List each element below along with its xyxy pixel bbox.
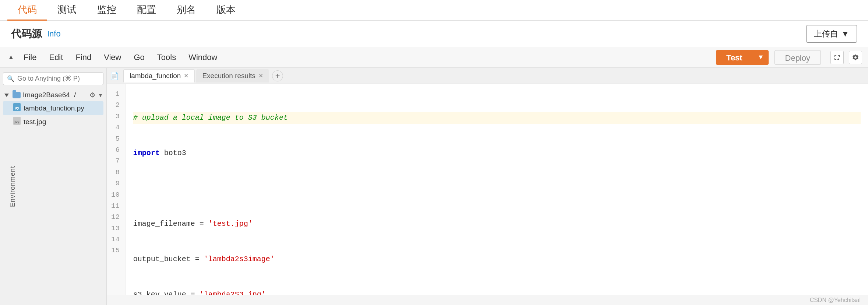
tab-monitor[interactable]: 监控 <box>87 0 127 21</box>
code-line-3 <box>133 183 861 194</box>
tab-alias[interactable]: 别名 <box>166 0 206 21</box>
code-line-4: image_filename = 'test.jpg' <box>133 218 861 230</box>
search-input[interactable] <box>17 75 99 83</box>
file-tree: Image2Base64 / ⚙ ▾ py lambda_function.py <box>3 89 103 129</box>
menu-tools[interactable]: Tools <box>152 50 181 64</box>
info-badge[interactable]: Info <box>47 29 61 39</box>
test-button[interactable]: Test <box>716 50 753 65</box>
tab-code[interactable]: 代码 <box>7 0 47 21</box>
tab-test[interactable]: 测试 <box>47 0 87 21</box>
py-file-icon: py <box>13 103 21 113</box>
code-editor[interactable]: # upload a local image to S3 bucket impo… <box>126 84 868 295</box>
menu-view[interactable]: View <box>99 50 126 64</box>
footer-credit: CSDN @Yehchitsal <box>810 297 861 304</box>
tab-lambda-close[interactable]: ✕ <box>184 72 188 79</box>
svg-text:jpg: jpg <box>14 120 20 123</box>
tab-lambda-label: lambda_function <box>130 72 181 80</box>
sidebar: Environment 🔍 Image2Base64 / ⚙ ▾ <box>0 68 107 305</box>
menu-window[interactable]: Window <box>183 50 222 64</box>
footer: CSDN @Yehchitsal <box>107 295 868 305</box>
tab-version[interactable]: 版本 <box>206 0 246 21</box>
toolbar-row: ▲ File Edit Find View Go Tools Window Te… <box>0 47 868 68</box>
line-numbers: 1 2 3 4 5 6 7 8 9 10 11 12 13 14 15 <box>107 84 126 295</box>
editor-tabs: 📄 lambda_function ✕ Execution results ✕ … <box>107 68 868 84</box>
file-item-jpg[interactable]: jpg test.jpg <box>3 115 103 129</box>
fullscreen-icon[interactable] <box>830 51 844 64</box>
search-icon: 🔍 <box>7 75 14 82</box>
file-item-py[interactable]: py lambda_function.py <box>3 101 103 115</box>
tab-config[interactable]: 配置 <box>127 0 166 21</box>
header-left: 代码源 Info <box>11 27 61 41</box>
menu-file[interactable]: File <box>18 50 42 64</box>
deploy-button[interactable]: Deploy <box>775 50 821 65</box>
code-line-1: # upload a local image to S3 bucket <box>133 112 861 124</box>
tab-execution-label: Execution results <box>202 72 255 80</box>
folder-name: Image2Base64 <box>23 91 70 99</box>
menu-go[interactable]: Go <box>128 50 149 64</box>
main-content: Environment 🔍 Image2Base64 / ⚙ ▾ <box>0 68 868 305</box>
test-button-group: Test ▼ <box>716 50 768 65</box>
code-line-6: s3_key_value = 'lambda2S3.jpg' <box>133 289 861 295</box>
tab-add-button[interactable]: + <box>272 70 283 81</box>
collapse-button[interactable]: ▲ <box>6 52 16 63</box>
upload-button[interactable]: 上传自 ▼ <box>806 25 857 43</box>
doc-icon: 📄 <box>110 71 119 80</box>
search-bar: 🔍 <box>3 72 103 85</box>
dropdown-arrow-icon: ▼ <box>841 29 849 39</box>
folder-settings-icon[interactable]: ⚙ <box>89 91 95 99</box>
folder-expand-icon <box>4 94 9 97</box>
page-title: 代码源 <box>11 27 42 41</box>
svg-text:py: py <box>15 105 20 110</box>
toolbar-right-icons <box>830 51 862 64</box>
header-row: 代码源 Info 上传自 ▼ <box>0 21 868 47</box>
folder-icon <box>13 92 21 98</box>
settings-icon[interactable] <box>849 51 862 64</box>
top-navigation: 代码 测试 监控 配置 别名 版本 <box>0 0 868 21</box>
code-line-5: output_bucket = 'lambda2s3image' <box>133 253 861 265</box>
folder-more-icon[interactable]: ▾ <box>99 92 102 99</box>
folder-suffix: / <box>72 91 76 99</box>
code-content: 1 2 3 4 5 6 7 8 9 10 11 12 13 14 15 # up… <box>107 84 868 295</box>
jpg-file-icon: jpg <box>13 117 21 127</box>
jpg-file-name: test.jpg <box>24 118 46 126</box>
test-dropdown-button[interactable]: ▼ <box>753 50 769 65</box>
sidebar-label: Environment <box>9 166 17 207</box>
menu-find[interactable]: Find <box>70 50 96 64</box>
editor-area: 📄 lambda_function ✕ Execution results ✕ … <box>107 68 868 305</box>
tab-lambda-function[interactable]: lambda_function ✕ <box>123 69 195 83</box>
menu-edit[interactable]: Edit <box>44 50 68 64</box>
tab-execution-results[interactable]: Execution results ✕ <box>196 69 269 83</box>
tab-execution-close[interactable]: ✕ <box>258 72 263 79</box>
code-line-2: import boto3 <box>133 147 861 159</box>
folder-row[interactable]: Image2Base64 / ⚙ ▾ <box>3 89 103 101</box>
py-file-name: lambda_function.py <box>24 104 84 112</box>
